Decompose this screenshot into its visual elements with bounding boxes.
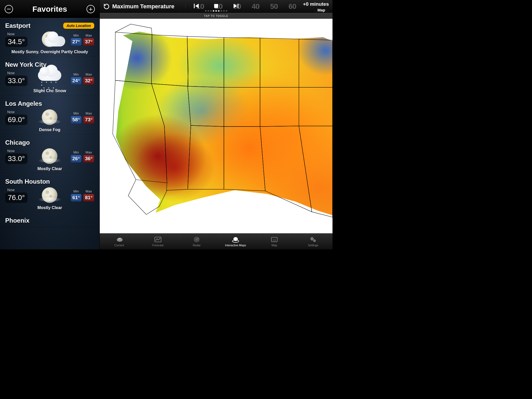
condition-text: Mostly Clear [5,167,94,171]
tab-map[interactable]: A1Map [255,234,294,249]
max-label: Max [85,189,92,193]
tab-radar[interactable]: Radar [177,234,216,249]
now-label: Now [7,149,29,153]
condition-text: Mostly Clear [5,205,94,210]
weather-icon: • • • • • • • • • [29,69,71,88]
map-icon: A1 [270,236,278,243]
settings-icon [309,236,317,243]
svg-rect-1 [214,4,218,8]
ruler-tick: 40 [252,2,259,11]
toggle-hint-label: TAP TO TOGGLE [204,15,228,17]
now-temp: 33.0° [5,154,28,164]
location-name: South Houston [5,178,50,185]
page-dots [205,10,227,12]
ruler-tick: 50 [270,2,278,11]
radar-icon [193,236,201,243]
tab-current[interactable]: 30°Current [100,234,138,249]
max-label: Max [85,150,92,154]
location-name: New York City [5,61,46,68]
min-temp: 26° [71,155,82,163]
weather-icon [29,147,71,165]
map-type-button[interactable]: Map [314,7,329,13]
now-label: Now [7,110,29,114]
location-name: Chicago [5,139,30,146]
map-canvas[interactable] [100,19,332,233]
min-label: Min [73,72,79,76]
state-boundaries [100,19,332,233]
toggle-bar[interactable]: TAP TO TOGGLE [100,13,332,19]
reload-icon[interactable] [103,3,110,10]
condition-text: Dense Fog [5,128,94,132]
weather-icon [29,186,71,204]
auto-location-badge: Auto Location [63,23,94,29]
location-row[interactable]: Los AngelesNow69.0°Min58°Max73°Dense Fog [0,96,99,135]
svg-text:A1: A1 [273,239,276,241]
tab-label: Interactive Maps [225,244,246,247]
max-temp: 36° [83,155,94,163]
max-temp: 37° [83,38,94,46]
remove-favorite-button[interactable] [5,5,13,13]
locations-list[interactable]: EastportAuto LocationNow34.5°Min27°Max37… [0,18,99,249]
next-frame-button[interactable] [232,3,239,9]
max-temp: 81° [83,194,94,202]
location-name: Los Angeles [5,100,42,107]
max-temp: 32° [83,77,94,85]
tab-interactive[interactable]: Interactive Maps [216,234,255,249]
now-temp: 33.0° [5,76,28,86]
svg-point-17 [314,240,315,241]
favorites-sidebar: Favorites EastportAuto LocationNow34.5°M… [0,0,100,249]
min-label: Min [73,189,79,193]
now-label: Now [7,188,29,192]
layer-title: Maximum Temperature [112,3,174,10]
prev-frame-button[interactable] [193,3,200,9]
sidebar-header: Favorites [0,0,99,18]
min-label: Min [73,34,79,37]
svg-point-11 [233,237,238,241]
tab-forecast[interactable]: Forecast [138,234,177,249]
current-icon: 30° [115,236,123,243]
stop-button[interactable] [213,3,220,9]
condition-text: Mostly Sunny. Overnight Partly Cloudy [5,50,94,54]
now-temp: 34.5° [5,37,28,47]
max-label: Max [85,34,92,37]
tab-settings[interactable]: Settings [294,234,332,249]
max-label: Max [85,72,92,76]
tab-label: Forecast [152,244,164,247]
tab-label: Radar [193,244,201,247]
min-temp: 24° [71,77,82,85]
sidebar-title: Favorites [32,5,67,14]
main-panel: Maximum Temperature 102030405060 +0 minu… [100,0,332,249]
location-name: Phoenix [5,217,29,224]
app-root: Favorites EastportAuto LocationNow34.5°M… [0,0,332,249]
max-label: Max [85,111,92,115]
location-row[interactable]: South HoustonNow76.0°Min61°Max81°Mostly … [0,174,99,213]
now-label: Now [7,32,29,36]
now-temp: 69.0° [5,115,28,125]
tab-label: Current [114,244,124,247]
max-temp: 73° [83,116,94,124]
time-offset: +0 minutes [303,1,329,7]
forecast-icon [154,236,162,243]
ruler-tick: 60 [289,2,296,11]
min-label: Min [73,111,79,115]
now-temp: 76.0° [5,192,28,203]
min-temp: 61° [71,194,82,202]
now-label: Now [7,71,29,75]
min-temp: 27° [71,38,82,46]
location-row[interactable]: EastportAuto LocationNow34.5°Min27°Max37… [0,18,99,57]
min-label: Min [73,150,79,154]
tab-label: Settings [308,244,318,247]
add-favorite-button[interactable] [87,5,95,13]
location-name: Eastport [5,22,30,29]
tab-label: Map [271,244,277,247]
interactive-icon [232,236,240,243]
bottom-tabbar: 30°CurrentForecastRadarInteractive MapsA… [100,233,332,249]
location-row[interactable]: Phoenix [0,213,99,227]
svg-text:30°: 30° [118,237,121,240]
weather-icon [29,30,71,49]
location-row[interactable]: ChicagoNow33.0°Min26°Max36°Mostly Clear [0,135,99,174]
min-temp: 58° [71,116,82,124]
svg-point-15 [312,238,313,239]
location-row[interactable]: New York CityNow33.0°• • • • • • • • •Mi… [0,57,99,96]
transport-controls [193,3,239,9]
